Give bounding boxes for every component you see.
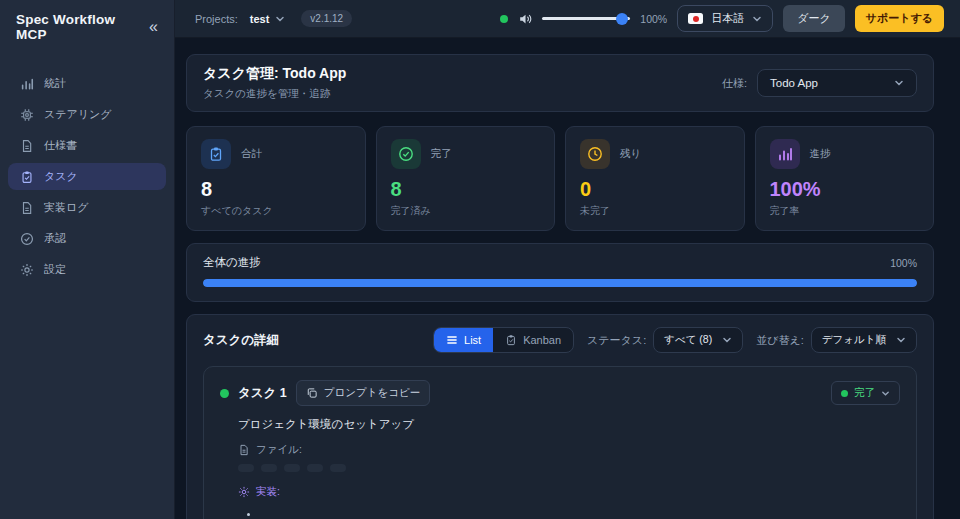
overall-progress-row: 全体の進捗 100%: [203, 255, 917, 270]
file-chip: [330, 464, 346, 472]
overall-progress-card: 全体の進捗 100%: [186, 243, 934, 302]
page-header-card: タスク管理: Todo App タスクの進捗を管理・追跡 仕様: Todo Ap…: [186, 54, 934, 112]
sort-select-value: デフォルト順: [822, 333, 886, 347]
sidebar-nav: 統計 ステアリング 仕様書 タスク 実装ログ 承認 設定: [0, 54, 174, 303]
bar-chart-icon: [20, 77, 34, 91]
sidebar-item-approvals[interactable]: 承認: [8, 225, 166, 252]
status-filter-label: ステータス:: [587, 333, 646, 348]
task-title-row: タスク 1 プロンプトをコピー 完了: [220, 380, 900, 406]
task-name: タスク 1: [238, 385, 287, 402]
volume-slider-thumb[interactable]: [616, 13, 628, 25]
topbar: Projects: test v2.1.12 100% 日本語 ダーク サポート…: [175, 0, 960, 38]
stat-icon-tile: [580, 139, 610, 169]
stats-row: 合計 8 すべてのタスク 完了 8 完了済み 残り 0 未完了: [186, 126, 934, 231]
clock-icon: [587, 146, 603, 162]
stat-value: 8: [201, 178, 351, 201]
task-files-header: ファイル:: [238, 443, 900, 457]
stat-card-progress: 進捗 100% 完了率: [755, 126, 935, 231]
file-chip: [284, 464, 300, 472]
overall-progress-fill: [203, 279, 917, 287]
page-title: タスク管理: Todo App: [203, 65, 346, 83]
right-column: Projects: test v2.1.12 100% 日本語 ダーク サポート…: [175, 0, 960, 519]
stat-value: 8: [391, 178, 541, 201]
stat-card-top: 残り: [580, 139, 730, 169]
sidebar-item-steering[interactable]: ステアリング: [8, 101, 166, 128]
cpu-icon: [20, 108, 34, 122]
language-select[interactable]: 日本語: [677, 5, 773, 32]
view-kanban-button[interactable]: Kanban: [493, 328, 573, 352]
stat-card-remaining: 残り 0 未完了: [565, 126, 745, 231]
page-header-text: タスク管理: Todo App タスクの進捗を管理・追跡: [203, 65, 346, 101]
file-chip: [261, 464, 277, 472]
clipboard-icon: [208, 146, 224, 162]
overall-progress-percent: 100%: [890, 257, 917, 269]
stat-card-total: 合計 8 すべてのタスク: [186, 126, 366, 231]
copy-prompt-label: プロンプトをコピー: [324, 386, 420, 400]
file-text-icon: [20, 139, 34, 153]
task-status-value: 完了: [854, 386, 875, 400]
bar-chart-icon: [777, 146, 793, 162]
sidebar-item-specs[interactable]: 仕様書: [8, 132, 166, 159]
page-subtitle: タスクの進捗を管理・追跡: [203, 87, 346, 101]
task-status-select[interactable]: 完了: [831, 381, 900, 405]
chevron-down-icon: [752, 14, 762, 24]
volume-percent: 100%: [640, 13, 667, 25]
stat-card-top: 合計: [201, 139, 351, 169]
stat-icon-tile: [391, 139, 421, 169]
chevron-down-icon: [275, 14, 285, 24]
sidebar-header: Spec Workflow MCP «: [0, 0, 174, 54]
stat-icon-tile: [201, 139, 231, 169]
japan-flag-icon: [688, 13, 703, 24]
sort-select[interactable]: デフォルト順: [811, 327, 917, 353]
task-details-card: タスクの詳細 List Kanban ステータス:: [186, 314, 934, 519]
spec-select-value: Todo App: [770, 77, 818, 89]
gear-icon: [20, 263, 34, 277]
task-body: プロジェクト環境のセットアップ ファイル: 実装:: [238, 417, 900, 519]
copy-prompt-button[interactable]: プロンプトをコピー: [296, 380, 430, 406]
kanban-icon: [505, 334, 517, 346]
stat-icon-tile: [770, 139, 800, 169]
copy-icon: [306, 387, 318, 399]
sidebar: Spec Workflow MCP « 統計 ステアリング 仕様書 タスク 実装…: [0, 0, 175, 519]
overall-progress-track: [203, 279, 917, 287]
theme-toggle-button[interactable]: ダーク: [783, 5, 845, 32]
stat-value: 100%: [770, 178, 920, 201]
sidebar-item-impl-log[interactable]: 実装ログ: [8, 194, 166, 221]
status-filter-select[interactable]: すべて (8): [653, 327, 743, 353]
volume-slider[interactable]: [542, 13, 630, 25]
sidebar-item-stats[interactable]: 統計: [8, 70, 166, 97]
view-list-button[interactable]: List: [434, 328, 493, 352]
support-button[interactable]: サポートする: [855, 5, 944, 32]
task-item: タスク 1 プロンプトをコピー 完了 プロジェクト環境のセットアップ: [203, 366, 917, 519]
app-title: Spec Workflow MCP: [16, 12, 149, 42]
sidebar-item-label: 実装ログ: [44, 200, 89, 215]
sidebar-item-settings[interactable]: 設定: [8, 256, 166, 283]
stat-label: 完了: [431, 147, 452, 161]
stat-label: 合計: [241, 147, 262, 161]
main-content: タスク管理: Todo App タスクの進捗を管理・追跡 仕様: Todo Ap…: [175, 38, 960, 519]
spec-select[interactable]: Todo App: [757, 69, 917, 97]
file-text-icon: [20, 201, 34, 215]
volume-icon[interactable]: [518, 12, 532, 26]
language-value: 日本語: [711, 11, 744, 26]
view-kanban-label: Kanban: [523, 334, 561, 346]
project-selector[interactable]: test: [250, 13, 286, 25]
view-toggle: List Kanban: [433, 327, 574, 353]
task-files-label: ファイル:: [256, 443, 302, 457]
sidebar-item-label: 統計: [44, 76, 66, 91]
stat-caption: 完了済み: [391, 204, 541, 218]
clipboard-icon: [20, 170, 34, 184]
check-circle-icon: [398, 146, 414, 162]
collapse-sidebar-icon[interactable]: «: [149, 19, 158, 35]
stat-label: 残り: [620, 147, 641, 161]
stat-value: 0: [580, 178, 730, 201]
task-file-chips: [238, 464, 900, 472]
spec-selector-group: 仕様: Todo App: [722, 69, 917, 97]
task-impl-header: 実装:: [238, 485, 900, 499]
view-list-label: List: [464, 334, 481, 346]
sidebar-item-label: 仕様書: [44, 138, 77, 153]
chevron-down-icon: [881, 389, 890, 398]
projects-label: Projects:: [195, 13, 238, 25]
stat-card-top: 進捗: [770, 139, 920, 169]
sidebar-item-tasks[interactable]: タスク: [8, 163, 166, 190]
